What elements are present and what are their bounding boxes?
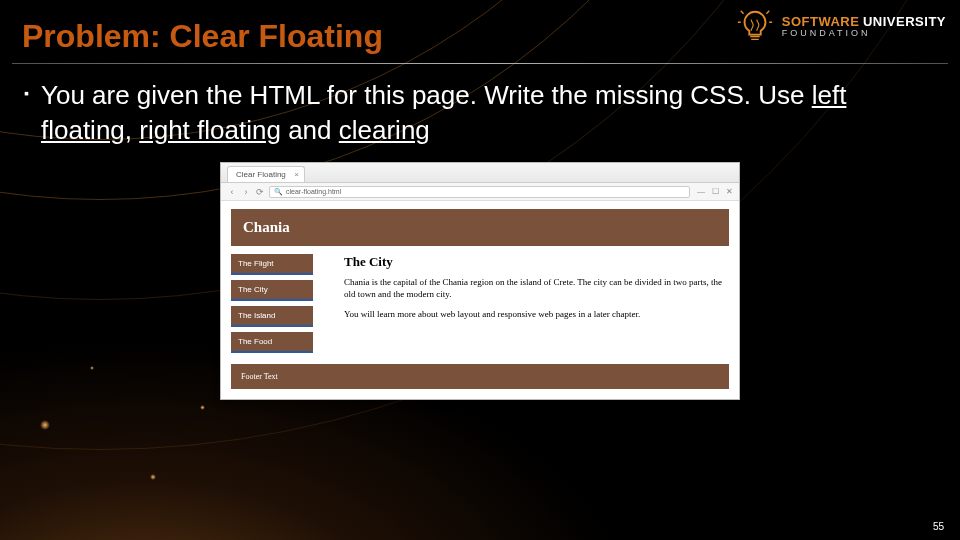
forward-icon[interactable]: › bbox=[241, 187, 251, 197]
page-main: The City Chania is the capital of the Ch… bbox=[344, 254, 729, 328]
title-rule bbox=[12, 63, 948, 64]
slide-title: Problem: Clear Floating bbox=[0, 0, 960, 63]
bullet-item: ▪ You are given the HTML for this page. … bbox=[24, 78, 936, 148]
kw-right-floating: right floating bbox=[139, 115, 281, 145]
nav-link[interactable]: The Food bbox=[231, 332, 313, 353]
bullet-text: You are given the HTML for this page. Wr… bbox=[41, 78, 936, 148]
page-paragraph: You will learn more about web layout and… bbox=[344, 308, 729, 320]
reload-icon[interactable]: ⟳ bbox=[255, 187, 265, 197]
browser-screenshot: Clear Floating ‹ › ⟳ 🔍clear-floating.htm… bbox=[220, 162, 740, 400]
nav-link[interactable]: The City bbox=[231, 280, 313, 301]
minimize-icon[interactable]: — bbox=[697, 187, 705, 196]
page-header: Chania bbox=[231, 209, 729, 246]
search-icon: 🔍 bbox=[274, 188, 283, 196]
kw-clearing: clearing bbox=[339, 115, 430, 145]
page-footer: Footer Text bbox=[231, 364, 729, 389]
page-nav: The Flight The City The Island The Food bbox=[231, 254, 313, 358]
browser-tab[interactable]: Clear Floating bbox=[227, 166, 305, 182]
nav-link[interactable]: The Island bbox=[231, 306, 313, 327]
address-bar[interactable]: 🔍clear-floating.html bbox=[269, 186, 690, 198]
page-main-heading: The City bbox=[344, 254, 729, 270]
nav-link[interactable]: The Flight bbox=[231, 254, 313, 275]
rendered-page: Chania The Flight The City The Island Th… bbox=[221, 201, 739, 399]
browser-tabstrip: Clear Floating bbox=[221, 163, 739, 183]
maximize-icon[interactable]: ☐ bbox=[712, 187, 719, 196]
close-icon[interactable]: ✕ bbox=[726, 187, 733, 196]
page-paragraph: Chania is the capital of the Chania regi… bbox=[344, 276, 729, 300]
browser-toolbar: ‹ › ⟳ 🔍clear-floating.html — ☐ ✕ bbox=[221, 183, 739, 201]
slide-number: 55 bbox=[933, 521, 944, 532]
bullet-marker: ▪ bbox=[24, 84, 29, 148]
back-icon[interactable]: ‹ bbox=[227, 187, 237, 197]
